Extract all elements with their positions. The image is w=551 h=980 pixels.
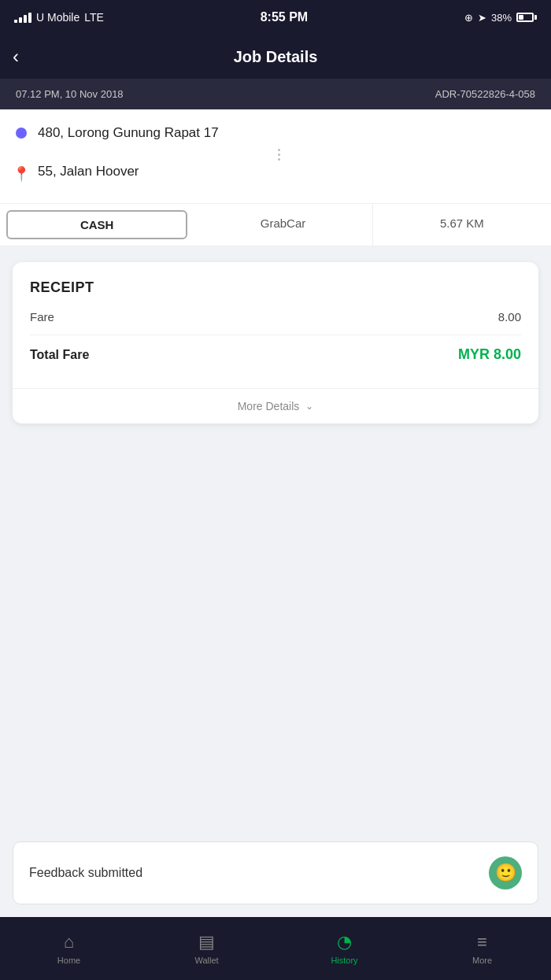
- chevron-down-icon: ⌄: [305, 401, 313, 412]
- fare-value: 8.00: [498, 310, 521, 324]
- total-fare-value: MYR 8.00: [458, 346, 521, 363]
- navigation-icon: ➤: [478, 12, 486, 24]
- fare-label: Fare: [30, 310, 54, 324]
- nav-wallet[interactable]: ▤ Wallet: [138, 917, 276, 980]
- status-right: ⊕ ➤ 38%: [464, 12, 537, 24]
- nav-history[interactable]: ◔ History: [276, 917, 413, 980]
- battery-percent: 38%: [491, 12, 512, 24]
- nav-more-label: More: [472, 956, 492, 965]
- receipt-body: RECEIPT Fare 8.00 Total Fare MYR 8.00: [13, 262, 538, 388]
- tabs-row: CASH GrabCar 5.67 KM: [0, 203, 551, 246]
- network-type: LTE: [84, 11, 104, 24]
- status-bar: U Mobile LTE 8:55 PM ⊕ ➤ 38%: [0, 0, 551, 35]
- tab-grabcar[interactable]: GrabCar: [194, 204, 372, 246]
- more-details-label: More Details: [238, 400, 300, 412]
- dropoff-location: 📍 55, Jalan Hoover: [16, 164, 535, 183]
- bottom-nav: ⌂ Home ▤ Wallet ◔ History ≡ More: [0, 917, 551, 980]
- location-icon: ⊕: [464, 12, 473, 24]
- receipt-section: RECEIPT Fare 8.00 Total Fare MYR 8.00 Mo…: [0, 246, 551, 439]
- nav-home-label: Home: [57, 956, 80, 965]
- nav-wallet-label: Wallet: [194, 956, 218, 965]
- route-dotted-line: [18, 146, 535, 164]
- feedback-emoji: 🙂: [489, 856, 522, 889]
- status-time: 8:55 PM: [261, 10, 308, 24]
- dropoff-pin-icon: 📍: [16, 165, 27, 183]
- back-button[interactable]: ‹: [13, 46, 19, 68]
- history-icon: ◔: [337, 932, 352, 952]
- feedback-text: Feedback submitted: [29, 866, 142, 880]
- receipt-title: RECEIPT: [30, 279, 521, 296]
- signal-bars: [14, 13, 31, 23]
- tab-distance[interactable]: 5.67 KM: [373, 204, 551, 246]
- pickup-dot: [16, 128, 27, 139]
- total-fare-row: Total Fare MYR 8.00: [30, 335, 521, 363]
- content-spacer: [0, 439, 551, 829]
- fare-row: Fare 8.00: [30, 310, 521, 324]
- feedback-section: Feedback submitted 🙂: [0, 829, 551, 917]
- status-left: U Mobile LTE: [14, 11, 104, 24]
- total-fare-label: Total Fare: [30, 348, 89, 362]
- tab-cash[interactable]: CASH: [6, 210, 187, 239]
- info-row: 07.12 PM, 10 Nov 2018 ADR-70522826-4-058: [0, 79, 551, 109]
- page-title: Job Details: [234, 48, 318, 66]
- carrier-name: U Mobile: [36, 11, 80, 24]
- feedback-card: Feedback submitted 🙂: [13, 841, 538, 904]
- header: ‹ Job Details: [0, 35, 551, 79]
- home-icon: ⌂: [64, 932, 74, 952]
- more-icon: ≡: [477, 932, 487, 952]
- receipt-card: RECEIPT Fare 8.00 Total Fare MYR 8.00 Mo…: [13, 262, 538, 423]
- wallet-icon: ▤: [198, 932, 215, 952]
- locations-section: 480, Lorong Gunung Rapat 17 📍 55, Jalan …: [0, 109, 551, 203]
- dropoff-address: 55, Jalan Hoover: [38, 164, 139, 179]
- pickup-location: 480, Lorong Gunung Rapat 17: [16, 125, 535, 141]
- pickup-address: 480, Lorong Gunung Rapat 17: [38, 125, 219, 141]
- reference-id: ADR-70522826-4-058: [435, 88, 535, 100]
- battery-icon: [516, 13, 537, 22]
- nav-home[interactable]: ⌂ Home: [0, 917, 138, 980]
- nav-more[interactable]: ≡ More: [413, 917, 551, 980]
- more-details-button[interactable]: More Details ⌄: [13, 389, 538, 423]
- nav-history-label: History: [331, 956, 357, 965]
- trip-datetime: 07.12 PM, 10 Nov 2018: [16, 88, 124, 100]
